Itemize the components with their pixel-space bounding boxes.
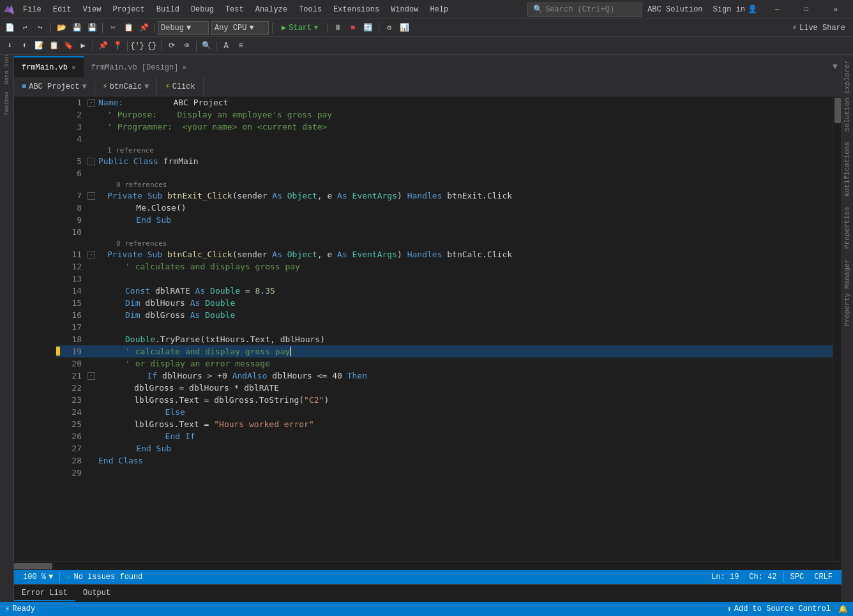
tb-stop[interactable]: ■ [346,21,360,35]
tab-frmmain-design[interactable]: frmMain.vb [Design] ✕ [84,56,194,77]
menu-help[interactable]: Help [425,1,453,19]
code-nav-event[interactable]: ⚡ Click [157,77,203,96]
debug-config-dropdown[interactable]: Debug ▼ [158,21,209,35]
data-sources-icon[interactable]: Data Sources [1,57,13,70]
code-nav-project-label: ABC Project [29,82,79,91]
tb-copy[interactable]: 📋 [121,21,135,35]
code-nav-method[interactable]: ⚡ btnCalc ▼ [95,77,158,96]
code-content[interactable]: 1 - Name: ABC Project 2 ' Purpose: Displ… [56,96,833,561]
start-icon: ▶ [282,23,286,33]
editor[interactable]: 1 - Name: ABC Project 2 ' Purpose: Displ… [14,96,842,561]
code-row-10: 10 [56,226,833,238]
tb2-7[interactable]: 📌 [96,39,110,53]
tb2-12[interactable]: ≡ [234,39,248,53]
property-manager-panel[interactable]: Property Manager [842,254,853,332]
live-share-button[interactable]: ⚡ Live Share [787,21,850,35]
cpu-dropdown[interactable]: Any CPU ▼ [211,21,269,35]
tab-output[interactable]: Output [75,586,118,601]
menu-extensions[interactable]: Extensions [328,1,384,19]
fold-21[interactable]: - [87,372,95,380]
tb2-10[interactable]: ⌫ [179,39,193,53]
h-scrollbar-thumb[interactable] [14,563,52,569]
menu-debug[interactable]: Debug [186,1,219,19]
tb-sep-6 [379,23,379,33]
start-button[interactable]: ▶ Start ▼ [276,21,324,35]
fold-11[interactable]: - [87,251,95,259]
tb-save[interactable]: 💾 [70,21,84,35]
tb2-find[interactable]: 🔍 [199,39,213,53]
ready-status: ⚡ Ready [5,605,35,614]
menu-view[interactable]: View [78,1,107,19]
tb2-2[interactable]: ⬆ [17,39,31,53]
tb-sep-3 [154,23,155,33]
tb2-5[interactable]: 🔖 [61,39,75,53]
code-nav-project[interactable]: ■ ABC Project ▼ [14,77,95,96]
fold-1[interactable]: - [87,99,95,107]
tab-dropdown-button[interactable]: ▼ [829,56,842,77]
tab-error-list[interactable]: Error List [14,586,75,601]
close-button[interactable]: ✕ [821,0,850,19]
properties-panel[interactable]: Properties [842,202,853,254]
tab-frmmain-vb-label: frmMain.vb [22,63,68,72]
status-issues[interactable]: ✓ No issues found [63,573,146,582]
search-box[interactable]: 🔍 Search (Ctrl+Q) [527,3,642,17]
fold-5[interactable]: - [87,158,95,165]
menu-analyze[interactable]: Analyze [250,1,292,19]
tb-settings[interactable]: ⚙ [382,21,396,35]
source-control-button[interactable]: ⬆ Add to Source Control 🔔 [727,605,848,614]
vertical-scrollbar[interactable] [833,96,842,561]
code-row-2: 2 ' Purpose: Display an employee's gross… [56,109,833,121]
event-icon: ⚡ [165,82,169,91]
tab-frmmain-vb-close[interactable]: ✕ [72,63,76,71]
code-nav-method-arrow: ▼ [144,82,149,91]
tb-undo[interactable]: ↩ [18,21,32,35]
scrollbar-thumb[interactable] [834,98,841,123]
code-row-16: 16 Dim dblGross As Double [56,309,833,321]
tb2-3[interactable]: 📝 [32,39,46,53]
tab-frmmain-design-close[interactable]: ✕ [182,63,186,71]
tb2-uncomment[interactable]: {} [145,39,159,53]
minimize-button[interactable]: — [762,0,792,19]
horizontal-scrollbar[interactable] [14,561,842,570]
code-row-19: 19 ' calculate and display gross pay [56,345,833,357]
menu-tools[interactable]: Tools [294,1,327,19]
tb2-11[interactable]: A [219,39,233,53]
menu-file[interactable]: File [18,1,47,19]
menu-project[interactable]: Project [107,1,149,19]
menu-edit[interactable]: Edit [48,1,77,19]
menu-test[interactable]: Test [220,1,249,19]
tb-pause[interactable]: ⏸ [331,21,345,35]
sign-in-button[interactable]: Sign in 👤 [708,4,762,14]
tab-frmmain-vb[interactable]: frmMain.vb ✕ [14,56,84,77]
tabs-end [194,56,829,77]
tb2-8[interactable]: 📍 [110,39,125,53]
tb2-sep-3 [162,41,162,51]
code-nav-project-arrow: ▼ [82,82,86,91]
status-zoom[interactable]: 100 % ▼ [19,573,57,582]
start-arrow: ▼ [314,25,317,31]
tb2-comment[interactable]: {'} [130,39,144,53]
zoom-label: 100 % [23,573,46,582]
tb-new-project[interactable]: 📄 [3,21,17,35]
menu-window[interactable]: Window [386,1,423,19]
tb-open[interactable]: 📂 [54,21,68,35]
tb-restart[interactable]: 🔄 [361,21,375,35]
fold-7[interactable]: - [87,192,95,200]
code-row-22: 22 dblGross = dblHours * dblRATE [56,382,833,394]
tb-save-all[interactable]: 💾 [85,21,99,35]
code-row-1: 1 - Name: ABC Project [56,96,833,109]
tb2-4[interactable]: 📋 [47,39,61,53]
tb-paste[interactable]: 📌 [137,21,151,35]
maximize-button[interactable]: □ [792,0,821,19]
tb2-9[interactable]: ⟳ [165,39,179,53]
tb-perf[interactable]: 📊 [398,21,412,35]
tb2-6[interactable]: ▶ [76,39,90,53]
code-row-26: 26 End If [56,430,833,442]
tb-redo[interactable]: ↪ [33,21,47,35]
solution-explorer-panel[interactable]: Solution Explorer [842,55,853,137]
toolbox-icon[interactable]: Toolbox [1,97,13,110]
notifications-panel[interactable]: Notifications [842,137,853,202]
tb-cut[interactable]: ✂ [106,21,120,35]
menu-build[interactable]: Build [151,1,185,19]
tb2-1[interactable]: ⬇ [3,39,17,53]
